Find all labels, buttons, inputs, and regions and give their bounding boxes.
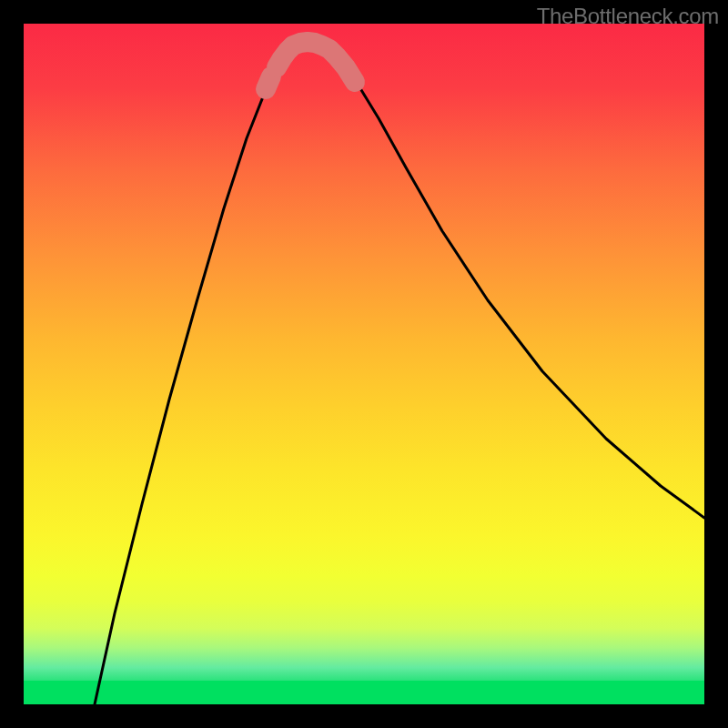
highlight-valley — [277, 42, 355, 82]
plot-overlay — [24, 24, 704, 704]
watermark-text: TheBottleneck.com — [537, 4, 719, 29]
curve-left-branch — [95, 42, 308, 704]
plot-frame — [24, 24, 704, 704]
highlight-left-dot — [266, 76, 271, 89]
curve-right-branch — [308, 42, 704, 518]
